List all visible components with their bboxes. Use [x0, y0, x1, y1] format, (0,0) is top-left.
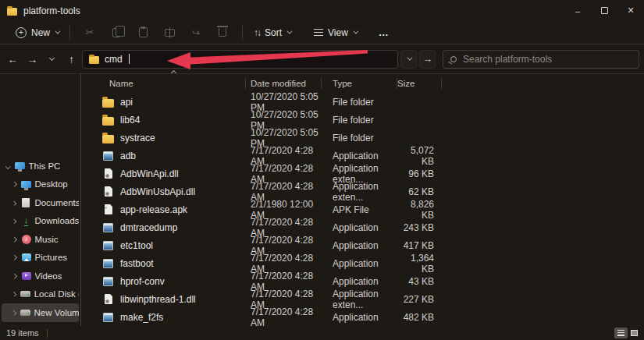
- sidebar-item-desktop[interactable]: Desktop: [2, 175, 79, 194]
- table-row[interactable]: systrace 10/27/2020 5:05 PM File folder: [94, 129, 644, 147]
- rename-button[interactable]: [156, 23, 183, 43]
- chevron-down-icon: [353, 29, 358, 34]
- chevron-collapsed-icon: [12, 310, 16, 315]
- table-row[interactable]: lib64 10/27/2020 5:05 PM File folder: [94, 111, 644, 129]
- up-button[interactable]: ↑: [62, 49, 81, 69]
- toolbar-separator: [69, 26, 70, 40]
- rename-icon: [165, 29, 175, 37]
- file-type: Application: [322, 222, 397, 233]
- generic-file-icon: [102, 204, 114, 215]
- file-name: fastboot: [120, 258, 154, 269]
- sidebar-item-label: Music: [35, 235, 59, 244]
- chevron-down-icon: [55, 29, 60, 34]
- file-type: Application: [322, 276, 397, 287]
- window-controls: – ✕: [564, 0, 644, 21]
- share-button[interactable]: ↪: [183, 23, 209, 43]
- address-dropdown-button[interactable]: [400, 50, 417, 69]
- sort-button[interactable]: ↑↓ Sort: [249, 23, 295, 43]
- file-type: File folder: [322, 133, 397, 143]
- table-row[interactable]: app-release.apk 2/1/1980 12:00 AM APK Fi…: [94, 200, 644, 218]
- column-header-type[interactable]: Type: [322, 78, 397, 89]
- large-icons-view-button[interactable]: [628, 328, 641, 338]
- sidebar-item-downloads[interactable]: ↓ Downloads: [2, 212, 79, 231]
- file-date: 7/17/2020 4:28 AM: [246, 306, 322, 328]
- file-rows: api 10/27/2020 5:05 PM File folder lib64…: [94, 93, 644, 326]
- sidebar-item-music[interactable]: ♪ Music: [2, 230, 79, 249]
- file-type: Application: [322, 258, 397, 269]
- status-divider: [47, 329, 48, 338]
- column-header-date-modified[interactable]: Date modified: [246, 78, 322, 89]
- ellipsis-icon: …: [379, 27, 390, 38]
- sidebar-item-local-disk-c[interactable]: Local Disk (C:): [2, 285, 79, 304]
- chevron-down-icon: [286, 29, 292, 34]
- table-row[interactable]: make_f2fs 7/17/2020 4:28 AM Application …: [94, 308, 644, 326]
- column-header-size[interactable]: Size: [397, 78, 442, 89]
- close-button[interactable]: ✕: [617, 0, 644, 21]
- view-button-label: View: [328, 27, 348, 38]
- toolbar-separator: [242, 26, 243, 40]
- see-more-button[interactable]: …: [371, 23, 397, 43]
- view-button[interactable]: View: [309, 23, 361, 43]
- table-row[interactable]: libwinpthread-1.dll 7/17/2020 4:28 AM Ap…: [94, 290, 644, 308]
- dll-file-icon: [102, 186, 114, 197]
- new-button[interactable]: + New: [11, 23, 63, 43]
- application-icon: [102, 239, 114, 251]
- delete-button[interactable]: [209, 23, 236, 43]
- dll-file-icon: [102, 293, 114, 305]
- sidebar-item-label: Desktop: [35, 179, 68, 189]
- file-name: lib64: [120, 115, 140, 126]
- address-bar[interactable]: cmd: [82, 50, 398, 69]
- sidebar-item-label: Videos: [35, 271, 62, 281]
- back-button[interactable]: ←: [3, 49, 23, 69]
- table-row[interactable]: etc1tool 7/17/2020 4:28 AM Application 4…: [94, 236, 644, 254]
- application-icon: [102, 221, 114, 233]
- file-name: AdbWinUsbApi.dll: [120, 186, 195, 197]
- sidebar-item-documents[interactable]: Documents: [2, 193, 79, 212]
- details-view-button[interactable]: [614, 328, 628, 338]
- text-caret: [129, 54, 130, 64]
- column-header-name[interactable]: Name: [94, 78, 246, 89]
- chevron-collapsed-icon: [12, 237, 16, 242]
- go-button[interactable]: →: [419, 50, 436, 69]
- search-box[interactable]: [443, 50, 639, 69]
- file-name: adb: [120, 151, 136, 161]
- sidebar-item-label: Pictures: [35, 253, 68, 262]
- column-headers: Name Date modified Type Size: [94, 74, 644, 93]
- column-header-label: Name: [109, 78, 133, 89]
- file-type: Application exten...: [322, 181, 397, 203]
- address-row: ← → ↑ cmd →: [0, 44, 644, 74]
- sort-arrows-icon: ↑↓: [254, 27, 260, 38]
- plus-icon: +: [16, 27, 27, 38]
- sidebar-item-videos[interactable]: Videos: [2, 267, 79, 285]
- application-icon: [102, 311, 114, 323]
- sidebar-item-this-pc[interactable]: This PC: [2, 157, 79, 175]
- paste-button[interactable]: [130, 23, 156, 43]
- new-button-label: New: [31, 27, 50, 38]
- file-type: Application: [322, 151, 397, 161]
- table-row[interactable]: fastboot 7/17/2020 4:28 AM Application 1…: [94, 254, 644, 272]
- chevron-down-icon: [49, 55, 55, 61]
- maximize-button[interactable]: [591, 0, 617, 21]
- file-size: 243 KB: [397, 222, 442, 233]
- sort-button-label: Sort: [265, 27, 282, 38]
- sidebar-item-pictures[interactable]: Pictures: [2, 249, 79, 267]
- forward-button[interactable]: →: [23, 49, 42, 69]
- address-input-value[interactable]: cmd: [105, 54, 123, 65]
- cut-button[interactable]: ✂: [76, 23, 103, 43]
- file-size: 1,364 KB: [397, 253, 442, 274]
- folder-icon: [102, 96, 114, 108]
- file-size: 417 KB: [397, 240, 442, 251]
- file-name: etc1tool: [120, 240, 153, 251]
- copy-button[interactable]: [103, 23, 130, 43]
- paste-icon: [139, 27, 148, 37]
- search-input[interactable]: [463, 54, 611, 65]
- sidebar-item-label: This PC: [29, 161, 61, 171]
- minimize-button[interactable]: –: [564, 0, 591, 21]
- large-icons-view-icon: [631, 330, 638, 336]
- chevron-down-icon: [407, 55, 412, 61]
- table-row[interactable]: AdbWinUsbApi.dll 7/17/2020 4:28 AM Appli…: [94, 182, 644, 200]
- table-row[interactable]: dmtracedump 7/17/2020 4:28 AM Applicatio…: [94, 218, 644, 236]
- table-row[interactable]: api 10/27/2020 5:05 PM File folder: [94, 93, 644, 111]
- sidebar-item-new-volume-d[interactable]: New Volume (D: [2, 303, 79, 322]
- recent-locations-button[interactable]: [42, 49, 62, 69]
